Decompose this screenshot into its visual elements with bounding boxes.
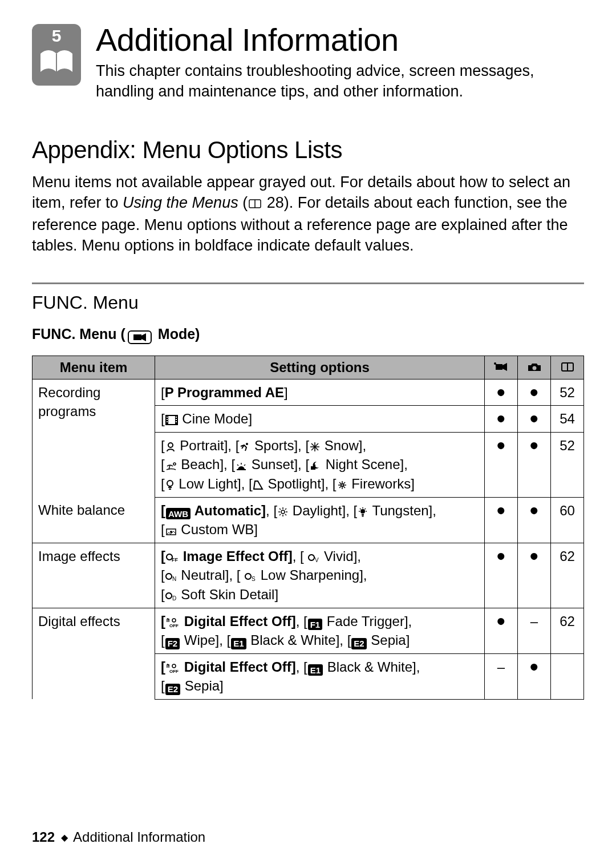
svg-rect-13 (167, 417, 168, 418)
cell-movie: ● (485, 379, 518, 406)
cell-setting-options: [OFF Digital Effect Off], [F1 Fade Trigg… (155, 608, 485, 653)
table-row: Recording programs [P Programmed AE] ● ●… (33, 379, 584, 406)
open-book-icon (38, 47, 75, 79)
svg-line-49 (279, 514, 281, 515)
f1-badge: F1 (308, 619, 323, 630)
footer-section: Additional Information (73, 829, 205, 845)
txt: Low Light], [ (175, 476, 253, 491)
digital-effect-off-icon: OFF (166, 663, 180, 673)
svg-line-54 (360, 508, 361, 510)
svg-rect-17 (176, 419, 177, 420)
txt: Sports], [ (250, 438, 309, 453)
svg-line-46 (279, 508, 281, 510)
fireworks-icon (337, 480, 347, 490)
txt: Night Scene], (322, 457, 408, 472)
txt: Vivid], (320, 548, 361, 564)
cell-page: 52 (551, 432, 584, 497)
e1-badge: E1 (308, 664, 323, 676)
svg-point-32 (167, 481, 173, 486)
chapter-tile: 5 (32, 24, 81, 86)
txt: , [ (293, 548, 308, 564)
cell-page: 52 (551, 379, 584, 406)
svg-text:OFF: OFF (169, 669, 179, 673)
txt: Neutral], [ (177, 567, 244, 583)
svg-marker-5 (502, 363, 507, 371)
svg-point-41 (281, 510, 285, 514)
svg-point-20 (246, 443, 248, 445)
col-menu-item: Menu item (33, 356, 155, 379)
txt: Daylight], [ (289, 503, 357, 518)
txt: Automatic] (191, 503, 266, 518)
sunset-icon (236, 463, 247, 471)
spotlight-icon (253, 480, 264, 490)
txt: Portrait], [ (176, 438, 240, 453)
col-page-ref-icon (551, 356, 584, 379)
cell-movie: ● (485, 432, 518, 497)
soft-skin-icon: D (165, 592, 177, 601)
txt: Black & White], [ (247, 632, 351, 648)
cell-movie: ● (485, 497, 518, 543)
page: 5 Additional Information This chapter co… (0, 0, 616, 868)
cell-photo: ● (518, 406, 551, 433)
txt: Wipe], [ (180, 632, 230, 648)
chapter-text-block: Additional Information This chapter cont… (96, 24, 584, 102)
txt: Fireworks] (348, 476, 415, 491)
txt: Snow], (321, 438, 366, 453)
txt: Tungsten], (368, 503, 436, 518)
snow-icon (310, 442, 320, 452)
chapter-title: Additional Information (96, 24, 584, 56)
svg-point-6 (494, 362, 496, 365)
cine-mode-label: Cine Mode] (179, 411, 252, 426)
low-sharpening-icon: S (245, 572, 256, 582)
cell-setting-options: [AWB Automatic], [ Daylight], [ Tungsten… (155, 497, 485, 543)
table-header-row: Menu item Setting options (33, 356, 584, 379)
cell-photo: – (518, 608, 551, 653)
svg-rect-30 (311, 466, 313, 470)
programmed-ae-label: P Programmed AE (165, 385, 284, 400)
svg-rect-18 (176, 421, 177, 422)
using-menus-ref: Using the Menus (123, 194, 238, 211)
digital-effect-off-icon: OFF (166, 617, 180, 628)
txt: Sunset], [ (248, 457, 309, 472)
cell-photo: ● (518, 653, 551, 699)
svg-line-28 (237, 465, 238, 466)
svg-line-55 (365, 508, 366, 510)
neutral-icon: N (165, 572, 177, 582)
txt: Beach], [ (177, 457, 235, 472)
chapter-description: This chapter contains troubleshooting ad… (96, 60, 584, 102)
table-row: Image effects [FF Image Effect Off], [ V… (33, 543, 584, 608)
page-number: 122 (32, 829, 55, 845)
txt: Low Sharpening], (257, 567, 367, 583)
svg-point-19 (168, 443, 173, 447)
beach-icon (165, 462, 177, 471)
txt: , [ (296, 659, 307, 675)
svg-text:S: S (252, 576, 256, 582)
txt: Spotlight], [ (264, 476, 337, 491)
e2-badge: E2 (351, 638, 366, 649)
txt: Image Effect Off] (179, 548, 293, 564)
svg-point-40 (341, 484, 343, 486)
low-light-icon (165, 480, 175, 490)
cell-menu-item: Recording programs (33, 379, 155, 497)
cell-photo: ● (518, 379, 551, 406)
awb-badge: AWB (166, 508, 191, 519)
svg-point-7 (532, 366, 536, 370)
xref-page: 28 (267, 194, 284, 211)
section-rule (32, 282, 584, 284)
col-setting-options: Setting options (155, 356, 485, 379)
svg-rect-4 (496, 364, 502, 370)
cell-setting-options: [ Cine Mode] (155, 406, 485, 433)
manual-page-icon (249, 193, 261, 214)
cell-page: 54 (551, 406, 584, 433)
cell-menu-item: Image effects (33, 543, 155, 608)
mode-suffix: Mode) (154, 326, 200, 342)
e1-badge: E1 (231, 638, 246, 649)
night-scene-icon (310, 461, 321, 471)
col-movie-icon (485, 356, 518, 379)
f2-badge: F2 (165, 638, 180, 649)
tungsten-icon (358, 507, 368, 517)
table-row: White balance [AWB Automatic], [ Dayligh… (33, 497, 584, 543)
svg-point-71 (172, 664, 176, 668)
chapter-header: 5 Additional Information This chapter co… (32, 24, 584, 102)
txt: Custom WB] (177, 522, 258, 537)
